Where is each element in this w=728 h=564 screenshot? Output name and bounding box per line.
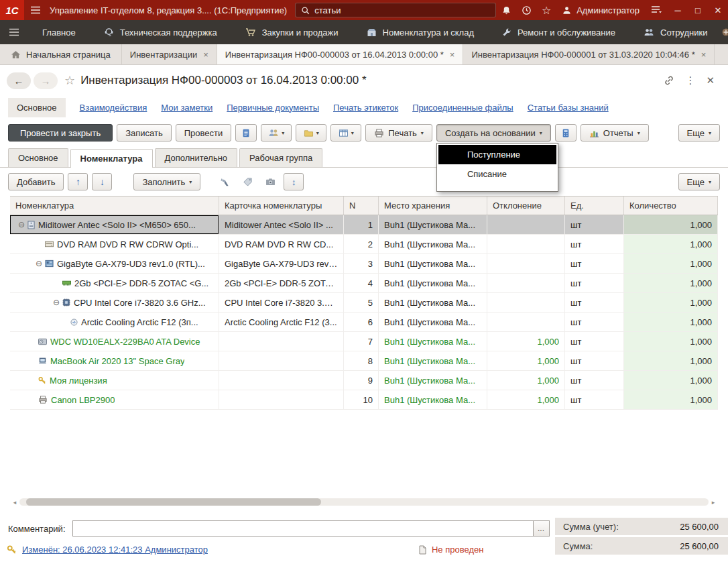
table-row[interactable]: Canon LBP2900 10 Buh1 (Шустикова Ма... 1…: [10, 390, 718, 410]
section-purchases-sales[interactable]: Закупки и продажи: [231, 20, 353, 44]
cell-quantity[interactable]: 1,000: [624, 293, 718, 312]
notifications-button[interactable]: [496, 0, 516, 20]
horizontal-scrollbar[interactable]: ◂ ▸: [10, 498, 718, 506]
post-and-close-button[interactable]: Провести и закрыть: [8, 124, 113, 142]
cell-card[interactable]: 2Gb <PCI-E> DDR-5 ZOTA...: [219, 274, 344, 292]
more-button[interactable]: Еще ▾: [678, 124, 720, 142]
menu-item-receipt[interactable]: Поступление: [438, 145, 556, 164]
cell-unit[interactable]: шт: [565, 313, 624, 331]
cell-card[interactable]: CPU Intel Core i7-3820 3.6 ...: [219, 293, 344, 312]
cell-deviation[interactable]: [487, 235, 565, 253]
grid-more-button[interactable]: Еще ▾: [678, 173, 720, 190]
cell-card[interactable]: DVD RAM DVD R RW CD...: [219, 235, 344, 253]
scroll-left-arrow[interactable]: ◂: [10, 499, 19, 506]
cell-deviation[interactable]: [487, 293, 565, 312]
main-menu-button[interactable]: [24, 0, 47, 20]
section-nomenclature-warehouse[interactable]: Номенклатура и склад: [353, 20, 488, 44]
move-down-button[interactable]: ↓: [92, 173, 112, 190]
table-row[interactable]: 2Gb <PCI-E> DDR-5 ZOTAC <G... 2Gb <PCI-E…: [10, 274, 718, 293]
create-on-base-button[interactable]: Создать на основании ▾: [436, 124, 551, 142]
back-button[interactable]: ←: [7, 72, 31, 89]
cell-n[interactable]: 5: [344, 293, 379, 312]
move-up-button[interactable]: ↑: [68, 173, 88, 190]
navlink-primary-docs[interactable]: Первичные документы: [227, 103, 319, 113]
cell-n[interactable]: 8: [344, 351, 379, 370]
table-row[interactable]: DVD RAM DVD R RW CDRW Opti... DVD RAM DV…: [10, 235, 718, 254]
cell-card[interactable]: [219, 371, 344, 390]
cell-storage[interactable]: Buh1 (Шустикова Ма...: [379, 293, 487, 312]
cell-storage[interactable]: Buh1 (Шустикова Ма...: [379, 390, 487, 409]
search-input[interactable]: статьи: [314, 5, 341, 15]
cell-nomenclature[interactable]: 2Gb <PCI-E> DDR-5 ZOTAC <G...: [10, 274, 219, 292]
expand-rows-button[interactable]: ↕: [284, 173, 304, 190]
cell-n[interactable]: 10: [344, 390, 379, 409]
cell-quantity[interactable]: 1,000: [624, 215, 718, 234]
cell-unit[interactable]: шт: [565, 332, 624, 351]
table-settings-button[interactable]: ▾: [330, 124, 361, 142]
collapse-icon[interactable]: ⊖: [50, 298, 62, 307]
cell-storage[interactable]: Buh1 (Шустикова Ма...: [379, 332, 487, 351]
cell-n[interactable]: 9: [344, 371, 379, 390]
close-tab-icon[interactable]: ×: [450, 50, 455, 60]
navlink-print-labels[interactable]: Печать этикеток: [333, 103, 398, 113]
files-button[interactable]: ▾: [296, 124, 326, 142]
section-repair-service[interactable]: Ремонт и обслуживание: [488, 20, 629, 44]
add-row-button[interactable]: Добавить: [8, 173, 64, 190]
subtab-main[interactable]: Основное: [8, 148, 68, 167]
cell-quantity[interactable]: 1,000: [624, 313, 718, 331]
cell-unit[interactable]: шт: [565, 293, 624, 312]
close-window-button[interactable]: ✕: [708, 0, 728, 20]
cell-quantity[interactable]: 1,000: [624, 351, 718, 370]
sections-menu-button[interactable]: [0, 20, 28, 44]
cell-unit[interactable]: шт: [565, 215, 624, 234]
cell-quantity[interactable]: 1,000: [624, 235, 718, 253]
table-row[interactable]: MacBook Air 2020 13" Space Gray 8 Buh1 (…: [10, 351, 718, 371]
subtab-workgroup[interactable]: Рабочая группа: [239, 148, 322, 167]
cell-card[interactable]: Arctic Cooling Arctic F12 (3...: [219, 313, 344, 331]
cell-nomenclature[interactable]: DVD RAM DVD R RW CDRW Opti...: [10, 235, 219, 253]
sections-overflow[interactable]: ▸: [721, 27, 728, 38]
section-main[interactable]: Главное: [28, 20, 90, 44]
cell-deviation[interactable]: 1,000: [487, 351, 565, 370]
cell-nomenclature[interactable]: Canon LBP2900: [10, 390, 219, 409]
menu-item-writeoff[interactable]: Списание: [438, 164, 556, 184]
subtab-additional[interactable]: Дополнительно: [155, 148, 238, 167]
cell-nomenclature[interactable]: ⊖ Miditower Antec <Solo II> <M650> 650..…: [10, 215, 219, 234]
camera-button[interactable]: [261, 174, 280, 190]
post-button[interactable]: Провести: [176, 124, 232, 142]
tab-inventories[interactable]: Инвентаризации×: [122, 44, 217, 64]
get-link-button[interactable]: [664, 75, 674, 86]
table-row[interactable]: WDC WD10EALX-229BA0 ATA Device 7 Buh1 (Ш…: [10, 332, 718, 351]
responsible-persons-button[interactable]: ▾: [261, 124, 292, 142]
cell-n[interactable]: 4: [344, 274, 379, 292]
cell-nomenclature[interactable]: Arctic Cooling Arctic F12 (3п...: [10, 313, 219, 331]
navlink-attached-files[interactable]: Присоединенные файлы: [412, 103, 513, 113]
close-tab-icon[interactable]: ×: [203, 50, 208, 60]
cell-unit[interactable]: шт: [565, 235, 624, 253]
scroll-right-arrow[interactable]: ▸: [709, 499, 718, 506]
cell-nomenclature[interactable]: WDC WD10EALX-229BA0 ATA Device: [10, 332, 219, 351]
cell-quantity[interactable]: 1,000: [624, 274, 718, 292]
navlink-my-notes[interactable]: Мои заметки: [161, 103, 213, 113]
table-row[interactable]: Моя лицензия 9 Buh1 (Шустикова Ма... 1,0…: [10, 371, 718, 390]
cell-unit[interactable]: шт: [565, 254, 624, 273]
service-menu-button[interactable]: [645, 0, 668, 20]
cell-storage[interactable]: Buh1 (Шустикова Ма...: [379, 254, 487, 273]
favorites-button[interactable]: ☆: [536, 0, 556, 20]
cell-storage[interactable]: Buh1 (Шустикова Ма...: [379, 351, 487, 370]
cell-unit[interactable]: шт: [565, 390, 624, 409]
global-search-box[interactable]: статьи: [295, 3, 496, 17]
navlink-kb-articles[interactable]: Статьи базы знаний: [528, 103, 609, 113]
tab-inventory-000003[interactable]: Инвентаризация НФ00-000003 от 16.04.2013…: [217, 44, 464, 64]
maximize-button[interactable]: □: [688, 0, 708, 20]
column-header-quantity[interactable]: Количество: [624, 196, 718, 215]
save-button[interactable]: Записать: [117, 124, 172, 142]
close-document-button[interactable]: ✕: [706, 74, 715, 87]
table-row[interactable]: Arctic Cooling Arctic F12 (3п... Arctic …: [10, 313, 718, 332]
cell-storage[interactable]: Buh1 (Шустикова Ма...: [379, 371, 487, 390]
forward-button[interactable]: →: [34, 72, 58, 89]
tab-inventory-000001[interactable]: Инвентаризация НФ00-000001 от 31.03.2020…: [463, 44, 715, 64]
close-tab-icon[interactable]: ×: [701, 50, 707, 60]
cell-quantity[interactable]: 1,000: [624, 254, 718, 273]
cell-unit[interactable]: шт: [565, 274, 624, 292]
